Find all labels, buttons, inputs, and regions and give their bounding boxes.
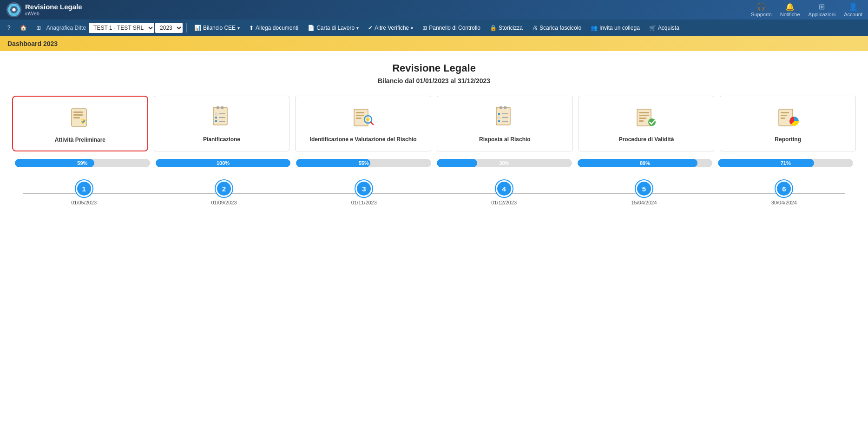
progress-label-4: 89% — [640, 160, 650, 166]
bell-icon: 🔔 — [785, 2, 795, 11]
altre-verifiche-button[interactable]: ✔ Altre Verifiche ▾ — [364, 23, 417, 33]
svg-rect-8 — [73, 117, 80, 118]
progress-fill-3 — [437, 159, 477, 167]
svg-rect-30 — [500, 106, 502, 109]
svg-rect-40 — [639, 115, 649, 116]
svg-rect-6 — [73, 111, 83, 113]
timeline-circle-3: 4 — [496, 180, 513, 197]
timeline-item-5: 6 30/04/2024 — [714, 180, 854, 205]
pannello-controllo-button[interactable]: ⊞ Pannello di Controllo — [419, 23, 484, 33]
card-icon-reporting — [774, 104, 802, 131]
progress-bg-3: 30% — [437, 159, 572, 167]
svg-rect-36 — [502, 117, 508, 118]
question-icon: ? — [7, 25, 11, 31]
timeline-circle-2: 3 — [355, 180, 372, 197]
headphone-icon: 🎧 — [756, 2, 766, 11]
progress-row: 59% 100% 55% 30% 89% — [9, 159, 859, 167]
separator-1 — [186, 23, 187, 33]
logo-line2: inWeb — [25, 11, 82, 16]
svg-rect-18 — [219, 113, 225, 114]
svg-rect-39 — [639, 112, 649, 113]
card-label-5: Reporting — [775, 136, 801, 144]
card-identificazione[interactable]: ? Identificazione e Valutazione del Risc… — [295, 96, 431, 151]
invita-collega-button[interactable]: 👥 Invita un collega — [587, 23, 644, 33]
applications-button[interactable]: ⊞ Applicazioni — [809, 2, 836, 17]
card-label-1: Pianificazione — [203, 136, 240, 144]
progress-cell-4: 89% — [575, 159, 716, 167]
grid-button[interactable]: ⊞ — [33, 23, 45, 33]
card-icon-procedure — [632, 104, 660, 131]
chart-icon: 📊 — [194, 25, 201, 31]
svg-rect-14 — [221, 106, 224, 109]
navbar: ? 🏠 ⊞ Anagrafica Ditte TEST 1 - TEST SRL… — [0, 20, 868, 36]
card-pianificazione[interactable]: Pianificazione — [154, 96, 290, 151]
grid-icon: ⊞ — [819, 2, 825, 11]
timeline-circle-4: 5 — [636, 180, 652, 197]
topbar-actions: 🎧 Supporto 🔔 Notifiche ⊞ Applicazioni 👤 … — [751, 2, 862, 17]
scarica-fascicolo-button[interactable]: 🖨 Scarica fascicolo — [528, 23, 585, 33]
timeline-item-3: 4 01/12/2023 — [434, 180, 574, 205]
svg-rect-41 — [639, 118, 646, 119]
page-title: Revisione Legale — [9, 62, 859, 74]
svg-rect-47 — [781, 118, 785, 119]
card-procedure[interactable]: Procedure di Validità — [579, 96, 715, 151]
progress-bg-1: 100% — [156, 159, 291, 167]
account-button[interactable]: 👤 Account — [844, 2, 862, 17]
anagrafica-label: Anagrafica Ditte — [46, 25, 86, 31]
notifications-button[interactable]: 🔔 Notifiche — [780, 2, 800, 17]
document-icon: 📄 — [308, 25, 315, 31]
people-icon: 👥 — [591, 25, 598, 31]
bilancio-cee-button[interactable]: 📊 Bilancio CEE ▾ — [191, 23, 243, 33]
svg-rect-16 — [215, 117, 217, 118]
svg-rect-34 — [498, 120, 500, 122]
card-icon-pianificazione — [208, 104, 236, 131]
support-button[interactable]: 🎧 Supporto — [751, 2, 772, 17]
svg-point-4 — [12, 8, 15, 11]
timeline-date-2: 01/11/2023 — [351, 200, 377, 205]
svg-rect-17 — [215, 120, 217, 122]
timeline-date-3: 01/12/2023 — [491, 200, 517, 205]
svg-rect-24 — [356, 118, 362, 119]
logo-icon — [6, 1, 22, 18]
company-select[interactable]: TEST 1 - TEST SRL — [89, 23, 154, 33]
timeline-row: 1 01/05/2023 2 01/09/2023 3 01/11/2023 4… — [9, 180, 859, 205]
storicizza-button[interactable]: 🔒 Storicizza — [486, 23, 526, 33]
home-button[interactable]: 🏠 — [16, 23, 31, 33]
svg-rect-32 — [498, 113, 500, 115]
progress-cell-1: 100% — [153, 159, 294, 167]
svg-rect-33 — [498, 117, 500, 118]
topbar: Revisione Legale inWeb 🎧 Supporto 🔔 Noti… — [0, 0, 868, 20]
progress-cell-5: 71% — [715, 159, 856, 167]
chevron-down-icon-2: ▾ — [356, 26, 359, 31]
timeline-date-5: 30/04/2024 — [771, 200, 797, 205]
svg-line-26 — [371, 122, 373, 125]
timeline-date-1: 01/09/2023 — [211, 200, 237, 205]
card-risposta[interactable]: Risposta al Rischio — [437, 96, 573, 151]
year-select[interactable]: 2023 — [155, 23, 183, 33]
progress-bg-5: 71% — [718, 159, 853, 167]
carta-lavoro-button[interactable]: 📄 Carta di Lavoro ▾ — [304, 23, 362, 33]
page-subtitle: Bilancio dal 01/01/2023 al 31/12/2023 — [9, 77, 859, 85]
svg-rect-42 — [639, 120, 644, 122]
download-icon: 🖨 — [532, 25, 538, 31]
timeline-circle-0: 1 — [76, 180, 92, 197]
timeline-item-1: 2 01/09/2023 — [154, 180, 294, 205]
user-icon: 👤 — [848, 2, 858, 11]
panel-icon: ⊞ — [422, 25, 427, 31]
progress-label-5: 71% — [781, 160, 791, 166]
card-reporting[interactable]: Reporting — [720, 96, 856, 151]
check-icon: ✔ — [368, 25, 373, 31]
cards-row: Attività Preliminare Pianificazione — [9, 96, 859, 151]
logo[interactable]: Revisione Legale inWeb — [6, 1, 82, 18]
timeline-circle-1: 2 — [216, 180, 232, 197]
card-icon-risposta — [491, 104, 519, 131]
dashboard-header: Dashboard 2023 — [0, 36, 868, 51]
card-label-3: Risposta al Rischio — [479, 136, 531, 144]
acquista-button[interactable]: 🛒 Acquista — [645, 23, 683, 33]
svg-rect-13 — [217, 106, 219, 109]
help-button[interactable]: ? — [4, 23, 14, 33]
allega-documenti-button[interactable]: ⬆ Allega documenti — [245, 23, 302, 33]
svg-rect-12 — [213, 107, 227, 125]
cart-icon: 🛒 — [649, 25, 656, 31]
card-attivita-preliminare[interactable]: Attività Preliminare — [12, 96, 148, 151]
